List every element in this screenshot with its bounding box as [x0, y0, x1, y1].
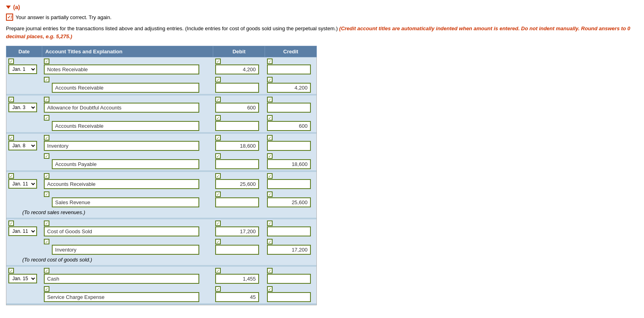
date-select[interactable]: Jan. 1 [8, 64, 37, 74]
date-checkbox[interactable]: ✓ [8, 97, 14, 102]
credit-input[interactable] [267, 83, 311, 93]
credit-checkbox[interactable]: ✓ [267, 220, 273, 226]
account-checkbox[interactable]: ✓ [44, 135, 49, 140]
debit-input[interactable] [215, 292, 259, 302]
account-checkbox[interactable]: ✓ [44, 97, 49, 102]
account-input[interactable] [44, 64, 199, 74]
debit-checkbox[interactable]: ✓ [215, 77, 221, 82]
debit-checkbox[interactable]: ✓ [215, 220, 221, 226]
header-debit: Debit [213, 46, 265, 57]
debit-input[interactable] [215, 226, 259, 236]
date-checkbox[interactable]: ✓ [8, 268, 14, 273]
debit-input[interactable] [215, 64, 259, 74]
date-select[interactable]: Jan. 3 [8, 103, 37, 112]
debit-input[interactable] [215, 141, 259, 151]
credit-checkbox[interactable]: ✓ [267, 191, 273, 197]
credit-checkbox[interactable]: ✓ [267, 77, 273, 82]
account-input[interactable] [44, 179, 199, 189]
credit-input[interactable] [267, 245, 311, 255]
account-checkbox[interactable]: ✓ [44, 173, 49, 179]
credit-input[interactable] [267, 226, 311, 236]
account-checkbox[interactable]: ✓ [44, 153, 49, 159]
account-checkbox[interactable]: ✓ [44, 191, 49, 197]
credit-checkbox[interactable]: ✓ [267, 173, 273, 179]
credit-input[interactable] [267, 121, 311, 131]
credit-input[interactable] [267, 159, 311, 169]
credit-input[interactable] [267, 197, 311, 207]
date-checkbox[interactable]: ✓ [8, 59, 14, 64]
debit-checkbox[interactable]: ✓ [215, 286, 221, 292]
debit-checkbox[interactable]: ✓ [215, 268, 221, 273]
debit-checkbox[interactable]: ✓ [215, 191, 221, 197]
credit-input[interactable] [267, 64, 311, 74]
account-input[interactable] [52, 83, 199, 93]
debit-input[interactable] [215, 197, 259, 207]
debit-input[interactable] [215, 83, 259, 93]
header-account: Account Titles and Explanation [42, 46, 213, 57]
credit-input[interactable] [267, 141, 311, 151]
credit-checkbox[interactable]: ✓ [267, 268, 273, 273]
collapse-arrow-icon[interactable] [6, 6, 11, 9]
debit-input[interactable] [215, 274, 259, 284]
table-row: ✓ ✓ ✓ [6, 238, 317, 256]
debit-input[interactable] [215, 245, 259, 255]
debit-input[interactable] [215, 121, 259, 131]
date-select[interactable]: Jan. 8 [8, 141, 37, 150]
account-input[interactable] [44, 103, 199, 113]
credit-checkbox[interactable]: ✓ [267, 97, 273, 102]
credit-checkbox[interactable]: ✓ [267, 153, 273, 159]
note-row: (To record sales revenues.) [6, 209, 317, 218]
table-row: ✓ Jan. 11 ✓ ✓ ✓ [6, 219, 317, 238]
account-checkbox[interactable]: ✓ [44, 77, 49, 82]
credit-input[interactable] [267, 179, 311, 189]
date-select[interactable]: Jan. 11 [8, 179, 37, 189]
partial-icon: ✓/ [6, 14, 13, 21]
debit-checkbox[interactable]: ✓ [215, 239, 221, 244]
debit-input[interactable] [215, 103, 259, 113]
debit-checkbox[interactable]: ✓ [215, 97, 221, 102]
date-checkbox[interactable]: ✓ [8, 220, 14, 226]
credit-input[interactable] [267, 274, 311, 284]
date-checkbox[interactable]: ✓ [8, 135, 14, 140]
date-select[interactable]: Jan. 15 [8, 274, 37, 283]
table-row: ✓ Jan. 3 ✓ ✓ ✓ [6, 96, 317, 114]
account-input[interactable] [52, 245, 199, 255]
account-input[interactable] [52, 159, 199, 169]
account-checkbox[interactable]: ✓ [44, 268, 49, 273]
account-input[interactable] [44, 274, 199, 284]
debit-checkbox[interactable]: ✓ [215, 115, 221, 121]
account-checkbox[interactable]: ✓ [44, 220, 49, 226]
table-row: ✓ ✓ ✓ [6, 76, 317, 94]
account-input[interactable] [44, 292, 199, 302]
credit-checkbox[interactable]: ✓ [267, 115, 273, 121]
credit-checkbox[interactable]: ✓ [267, 135, 273, 140]
account-checkbox[interactable]: ✓ [44, 286, 49, 292]
table-row: ✓ ✓ ✓ [6, 152, 317, 170]
account-checkbox[interactable]: ✓ [44, 115, 49, 121]
debit-input[interactable] [215, 179, 259, 189]
debit-checkbox[interactable]: ✓ [215, 153, 221, 159]
credit-input[interactable] [267, 292, 311, 302]
account-checkbox[interactable]: ✓ [44, 59, 49, 64]
debit-checkbox[interactable]: ✓ [215, 135, 221, 140]
account-input[interactable] [44, 141, 199, 151]
credit-checkbox[interactable]: ✓ [267, 286, 273, 292]
spacer-row [6, 303, 317, 305]
credit-checkbox[interactable]: ✓ [267, 59, 273, 64]
credit-checkbox[interactable]: ✓ [267, 239, 273, 244]
account-input[interactable] [52, 197, 199, 207]
account-checkbox[interactable]: ✓ [44, 239, 49, 244]
debit-checkbox[interactable]: ✓ [215, 173, 221, 179]
credit-input[interactable] [267, 103, 311, 113]
date-select[interactable]: Jan. 11 [8, 226, 37, 236]
account-input[interactable] [44, 226, 199, 236]
partial-correct-bar: ✓/ Your answer is partially correct. Try… [6, 14, 638, 21]
status-message: Your answer is partially correct. Try ag… [16, 14, 112, 20]
debit-input[interactable] [215, 159, 259, 169]
account-input[interactable] [52, 121, 199, 131]
debit-checkbox[interactable]: ✓ [215, 59, 221, 64]
section-header: (a) [6, 4, 638, 10]
instruction-block: Prepare journal entries for the transact… [6, 25, 638, 40]
date-checkbox[interactable]: ✓ [8, 173, 14, 179]
table-row: ✓ ✓ ✓ [6, 285, 317, 303]
